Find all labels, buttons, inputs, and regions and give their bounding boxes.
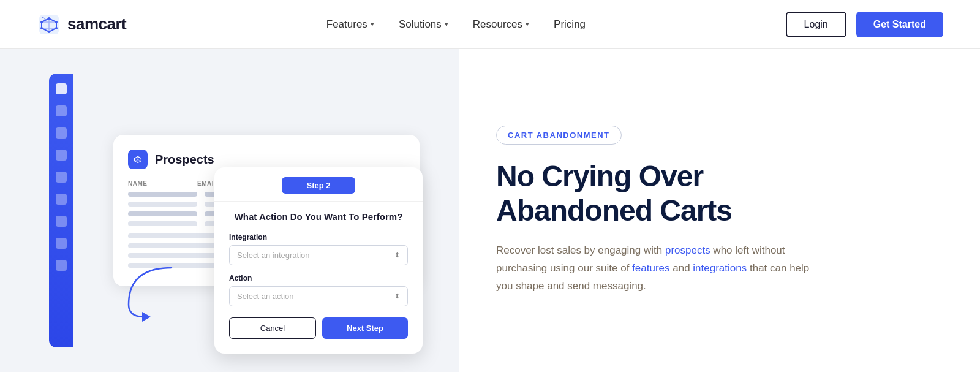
prospects-title: Prospects bbox=[155, 153, 214, 167]
step-card-body: What Action Do You Want To Perform? Inte… bbox=[214, 202, 423, 306]
svg-point-3 bbox=[40, 21, 43, 23]
cancel-button[interactable]: Cancel bbox=[229, 317, 316, 339]
sidebar-icon-settings bbox=[56, 260, 67, 271]
sidebar-icon-pen bbox=[56, 194, 67, 205]
nav-resources[interactable]: Resources ▾ bbox=[473, 18, 529, 31]
headline-line1: No Crying Over bbox=[496, 160, 703, 192]
highlight-integrations: integrations bbox=[693, 262, 747, 274]
header: samcart Features ▾ Solutions ▾ Resources… bbox=[0, 0, 980, 49]
highlight-features: features bbox=[632, 262, 669, 274]
sidebar-icon-trend bbox=[56, 172, 67, 183]
step-badge: Step 2 bbox=[282, 177, 355, 194]
step-card: Step 2 What Action Do You Want To Perfor… bbox=[214, 167, 423, 354]
integration-placeholder: Select an integration bbox=[237, 251, 310, 260]
logo-text: samcart bbox=[67, 15, 126, 34]
integration-select[interactable]: Select an integration ⬍ bbox=[229, 245, 408, 265]
action-select[interactable]: Select an action ⬍ bbox=[229, 286, 408, 306]
next-step-button[interactable]: Next Step bbox=[322, 317, 408, 339]
svg-marker-8 bbox=[142, 312, 151, 322]
action-label: Action bbox=[229, 274, 408, 283]
right-content: CART ABANDONMENT No Crying Over Abandone… bbox=[459, 49, 980, 372]
svg-point-7 bbox=[48, 31, 50, 33]
chevron-down-icon: ▾ bbox=[445, 20, 448, 28]
chevron-down-icon: ▾ bbox=[526, 20, 529, 28]
svg-point-2 bbox=[48, 17, 50, 20]
sidebar-icon-chart bbox=[56, 150, 67, 161]
headline-line2: Abandoned Carts bbox=[496, 194, 732, 227]
integration-label: Integration bbox=[229, 233, 408, 241]
curved-arrow-icon bbox=[116, 262, 190, 323]
svg-point-5 bbox=[40, 27, 43, 29]
get-started-button[interactable]: Get Started bbox=[856, 12, 943, 37]
main-headline: No Crying Over Abandoned Carts bbox=[496, 159, 931, 227]
chevron-down-icon: ▾ bbox=[371, 20, 374, 28]
col-name: Name bbox=[128, 180, 197, 187]
svg-point-6 bbox=[55, 27, 58, 29]
nav-features-label: Features bbox=[326, 18, 368, 31]
svg-point-4 bbox=[55, 21, 58, 23]
main-nav: Features ▾ Solutions ▾ Resources ▾ Prici… bbox=[326, 18, 586, 31]
sidebar-icon-layers bbox=[56, 127, 67, 139]
main-description: Recover lost sales by engaging with pros… bbox=[496, 242, 815, 295]
sidebar-icon-user bbox=[56, 238, 67, 249]
nav-resources-label: Resources bbox=[473, 18, 522, 31]
illustration-area: Prospects Name Email Phone Number Produc… bbox=[0, 49, 459, 372]
step-question: What Action Do You Want To Perform? bbox=[229, 211, 408, 222]
step-card-header: Step 2 bbox=[214, 167, 423, 202]
logo-icon bbox=[37, 12, 61, 37]
sidebar-icon-tag bbox=[56, 105, 67, 116]
prospects-card-header: Prospects bbox=[128, 150, 405, 169]
nav-pricing[interactable]: Pricing bbox=[554, 18, 586, 31]
step-card-actions: Cancel Next Step bbox=[214, 317, 423, 339]
logo[interactable]: samcart bbox=[37, 12, 126, 37]
sidebar-nav bbox=[49, 74, 74, 347]
nav-solutions-label: Solutions bbox=[399, 18, 442, 31]
sidebar-icon-home bbox=[56, 83, 67, 94]
nav-features[interactable]: Features ▾ bbox=[326, 18, 374, 31]
action-placeholder: Select an action bbox=[237, 292, 294, 301]
login-button[interactable]: Login bbox=[786, 12, 846, 37]
prospects-logo-icon bbox=[128, 150, 148, 169]
select-arrow-icon: ⬍ bbox=[394, 292, 400, 300]
nav-solutions[interactable]: Solutions ▾ bbox=[399, 18, 448, 31]
main-section: Prospects Name Email Phone Number Produc… bbox=[0, 49, 980, 372]
highlight-prospects: prospects bbox=[665, 245, 710, 256]
select-arrow-icon: ⬍ bbox=[394, 251, 400, 259]
sidebar-icon-circle bbox=[56, 216, 67, 227]
badge-tag: CART ABANDONMENT bbox=[496, 126, 622, 145]
header-actions: Login Get Started bbox=[786, 12, 943, 37]
